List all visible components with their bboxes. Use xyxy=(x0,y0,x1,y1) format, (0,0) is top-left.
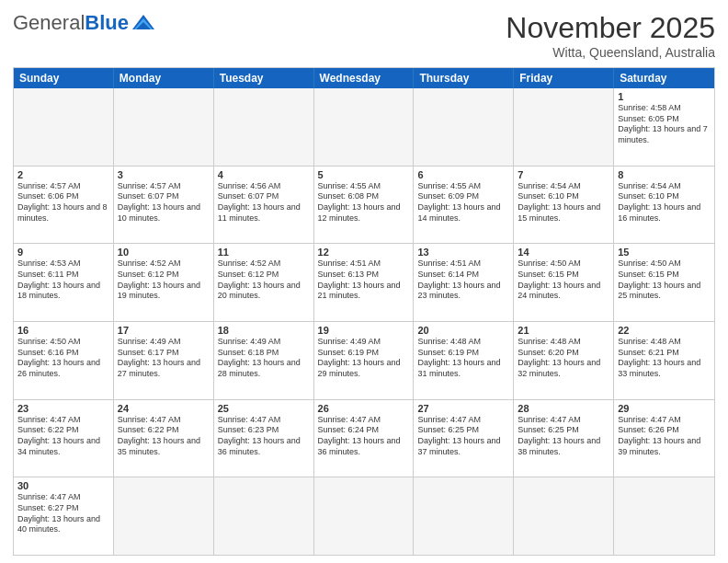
calendar-body: 1Sunrise: 4:58 AM Sunset: 6:05 PM Daylig… xyxy=(14,88,714,555)
day-cell: 9Sunrise: 4:53 AM Sunset: 6:11 PM Daylig… xyxy=(14,244,114,321)
day-number: 20 xyxy=(417,325,509,336)
day-cell xyxy=(514,477,614,555)
day-cell: 2Sunrise: 4:57 AM Sunset: 6:06 PM Daylig… xyxy=(14,167,114,244)
day-number: 3 xyxy=(118,169,210,180)
day-info: Sunrise: 4:47 AM Sunset: 6:22 PM Dayligh… xyxy=(118,415,210,458)
day-header-saturday: Saturday xyxy=(614,68,714,88)
day-info: Sunrise: 4:48 AM Sunset: 6:19 PM Dayligh… xyxy=(417,337,509,380)
day-info: Sunrise: 4:48 AM Sunset: 6:21 PM Dayligh… xyxy=(618,337,711,380)
day-cell xyxy=(214,477,314,555)
day-cell: 21Sunrise: 4:48 AM Sunset: 6:20 PM Dayli… xyxy=(514,322,614,399)
day-number: 14 xyxy=(518,247,609,258)
day-number: 2 xyxy=(17,169,109,180)
day-header-monday: Monday xyxy=(114,68,214,88)
week-row-0: 1Sunrise: 4:58 AM Sunset: 6:05 PM Daylig… xyxy=(14,88,714,167)
day-cell: 23Sunrise: 4:47 AM Sunset: 6:22 PM Dayli… xyxy=(14,400,114,477)
day-cell xyxy=(314,88,415,166)
logo-general: General xyxy=(13,11,85,35)
logo-icon xyxy=(131,13,156,33)
day-info: Sunrise: 4:51 AM Sunset: 6:14 PM Dayligh… xyxy=(417,259,509,302)
day-info: Sunrise: 4:47 AM Sunset: 6:26 PM Dayligh… xyxy=(618,415,711,458)
day-info: Sunrise: 4:50 AM Sunset: 6:15 PM Dayligh… xyxy=(518,259,609,302)
day-number: 12 xyxy=(318,247,410,258)
day-cell: 5Sunrise: 4:55 AM Sunset: 6:08 PM Daylig… xyxy=(314,167,415,244)
day-info: Sunrise: 4:50 AM Sunset: 6:15 PM Dayligh… xyxy=(618,259,711,302)
day-cell xyxy=(114,88,214,166)
day-header-wednesday: Wednesday xyxy=(314,68,415,88)
day-cell xyxy=(414,477,514,555)
day-cell: 26Sunrise: 4:47 AM Sunset: 6:24 PM Dayli… xyxy=(314,400,415,477)
day-info: Sunrise: 4:57 AM Sunset: 6:07 PM Dayligh… xyxy=(118,181,210,224)
day-header-sunday: Sunday xyxy=(14,68,114,88)
day-info: Sunrise: 4:52 AM Sunset: 6:12 PM Dayligh… xyxy=(218,259,310,302)
day-number: 6 xyxy=(417,169,509,180)
day-info: Sunrise: 4:49 AM Sunset: 6:19 PM Dayligh… xyxy=(318,337,410,380)
day-headers: SundayMondayTuesdayWednesdayThursdayFrid… xyxy=(14,68,714,88)
day-number: 13 xyxy=(417,247,509,258)
day-number: 16 xyxy=(17,325,109,336)
day-cell: 3Sunrise: 4:57 AM Sunset: 6:07 PM Daylig… xyxy=(114,167,214,244)
week-row-1: 2Sunrise: 4:57 AM Sunset: 6:06 PM Daylig… xyxy=(14,167,714,245)
day-cell: 15Sunrise: 4:50 AM Sunset: 6:15 PM Dayli… xyxy=(614,244,714,321)
day-cell xyxy=(314,477,415,555)
logo: General Blue xyxy=(13,11,156,35)
day-cell: 8Sunrise: 4:54 AM Sunset: 6:10 PM Daylig… xyxy=(614,167,714,244)
day-number: 29 xyxy=(618,403,711,414)
day-number: 15 xyxy=(618,247,711,258)
day-number: 23 xyxy=(17,403,109,414)
day-cell: 7Sunrise: 4:54 AM Sunset: 6:10 PM Daylig… xyxy=(514,167,614,244)
day-cell: 10Sunrise: 4:52 AM Sunset: 6:12 PM Dayli… xyxy=(114,244,214,321)
day-cell: 29Sunrise: 4:47 AM Sunset: 6:26 PM Dayli… xyxy=(614,400,714,477)
week-row-4: 23Sunrise: 4:47 AM Sunset: 6:22 PM Dayli… xyxy=(14,400,714,478)
day-number: 8 xyxy=(618,169,711,180)
day-number: 19 xyxy=(318,325,410,336)
day-number: 22 xyxy=(618,325,711,336)
day-header-friday: Friday xyxy=(514,68,614,88)
day-cell xyxy=(614,477,714,555)
day-number: 28 xyxy=(518,403,609,414)
day-number: 4 xyxy=(218,169,310,180)
day-info: Sunrise: 4:58 AM Sunset: 6:05 PM Dayligh… xyxy=(618,103,711,146)
location: Witta, Queensland, Australia xyxy=(506,45,715,60)
day-info: Sunrise: 4:48 AM Sunset: 6:20 PM Dayligh… xyxy=(518,337,609,380)
day-info: Sunrise: 4:56 AM Sunset: 6:07 PM Dayligh… xyxy=(218,181,310,224)
day-cell: 16Sunrise: 4:50 AM Sunset: 6:16 PM Dayli… xyxy=(14,322,114,399)
month-title: November 2025 xyxy=(506,11,715,45)
logo-blue: Blue xyxy=(85,11,129,35)
day-number: 9 xyxy=(17,247,109,258)
day-number: 24 xyxy=(118,403,210,414)
page: General Blue November 2025 Witta, Queens… xyxy=(0,0,728,563)
day-cell: 11Sunrise: 4:52 AM Sunset: 6:12 PM Dayli… xyxy=(214,244,314,321)
day-info: Sunrise: 4:55 AM Sunset: 6:08 PM Dayligh… xyxy=(318,181,410,224)
day-info: Sunrise: 4:50 AM Sunset: 6:16 PM Dayligh… xyxy=(17,337,109,380)
day-cell: 27Sunrise: 4:47 AM Sunset: 6:25 PM Dayli… xyxy=(414,400,514,477)
day-cell: 17Sunrise: 4:49 AM Sunset: 6:17 PM Dayli… xyxy=(114,322,214,399)
day-number: 17 xyxy=(118,325,210,336)
day-number: 5 xyxy=(318,169,410,180)
day-cell: 20Sunrise: 4:48 AM Sunset: 6:19 PM Dayli… xyxy=(414,322,514,399)
day-info: Sunrise: 4:47 AM Sunset: 6:24 PM Dayligh… xyxy=(318,415,410,458)
day-info: Sunrise: 4:52 AM Sunset: 6:12 PM Dayligh… xyxy=(118,259,210,302)
day-cell: 19Sunrise: 4:49 AM Sunset: 6:19 PM Dayli… xyxy=(314,322,415,399)
title-block: November 2025 Witta, Queensland, Austral… xyxy=(506,11,715,60)
day-number: 11 xyxy=(218,247,310,258)
day-number: 25 xyxy=(218,403,310,414)
day-info: Sunrise: 4:53 AM Sunset: 6:11 PM Dayligh… xyxy=(17,259,109,302)
day-cell: 13Sunrise: 4:51 AM Sunset: 6:14 PM Dayli… xyxy=(414,244,514,321)
day-header-tuesday: Tuesday xyxy=(214,68,314,88)
day-cell xyxy=(214,88,314,166)
day-number: 10 xyxy=(118,247,210,258)
day-cell: 28Sunrise: 4:47 AM Sunset: 6:25 PM Dayli… xyxy=(514,400,614,477)
day-info: Sunrise: 4:51 AM Sunset: 6:13 PM Dayligh… xyxy=(318,259,410,302)
day-cell xyxy=(114,477,214,555)
day-cell xyxy=(514,88,614,166)
day-cell: 14Sunrise: 4:50 AM Sunset: 6:15 PM Dayli… xyxy=(514,244,614,321)
week-row-3: 16Sunrise: 4:50 AM Sunset: 6:16 PM Dayli… xyxy=(14,322,714,400)
day-number: 26 xyxy=(318,403,410,414)
day-info: Sunrise: 4:55 AM Sunset: 6:09 PM Dayligh… xyxy=(417,181,509,224)
day-number: 27 xyxy=(417,403,509,414)
day-cell: 1Sunrise: 4:58 AM Sunset: 6:05 PM Daylig… xyxy=(614,88,714,166)
day-info: Sunrise: 4:47 AM Sunset: 6:27 PM Dayligh… xyxy=(17,492,109,535)
week-row-2: 9Sunrise: 4:53 AM Sunset: 6:11 PM Daylig… xyxy=(14,244,714,322)
day-cell xyxy=(14,88,114,166)
